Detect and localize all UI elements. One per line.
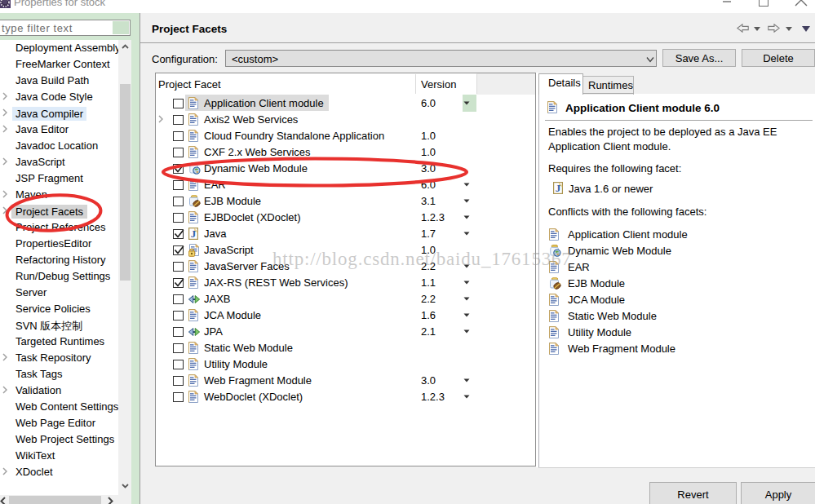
svg-text:J: J <box>556 182 561 194</box>
svg-text:J: J <box>191 228 197 240</box>
